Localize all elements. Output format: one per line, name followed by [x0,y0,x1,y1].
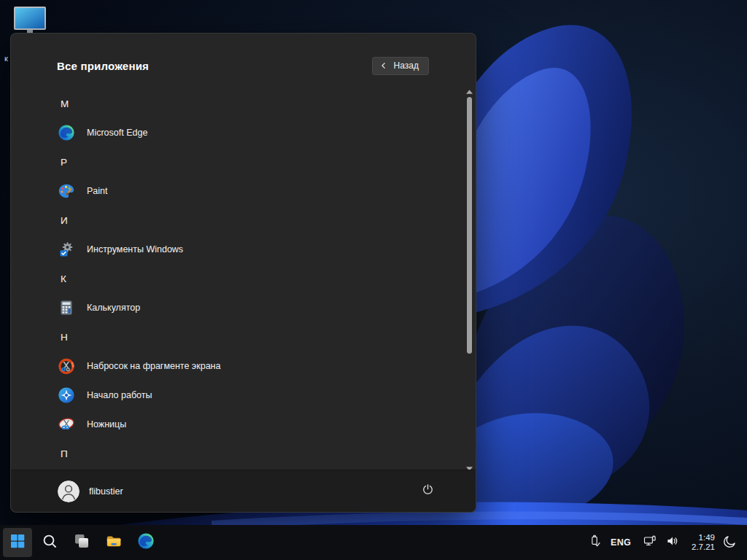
app-label: Microsoft Edge [87,128,147,138]
all-apps-header: Все приложения Назад [11,34,476,75]
section-letter-И[interactable]: И [11,206,458,235]
ethernet-icon [643,534,657,551]
folder-icon [105,532,123,553]
calculator-icon [58,299,75,316]
app-item[interactable]: Начало работы [11,381,458,410]
scroll-up-icon[interactable] [465,88,473,94]
app-item[interactable]: Набросок на фрагменте экрана [11,351,458,381]
section-letter-M[interactable]: M [11,89,458,118]
clock-date: 2.7.21 [692,542,715,553]
windows-tools-icon [58,241,75,258]
section-letter-P[interactable]: P [11,147,458,176]
search-button[interactable] [35,528,64,557]
app-item[interactable]: Microsoft Edge [11,118,458,147]
moon-icon [722,534,738,552]
app-label: Ножницы [87,419,126,429]
back-button-label: Назад [394,61,419,71]
user-name[interactable]: flibustier [89,486,123,497]
clock-time: 1:49 [692,533,715,543]
app-label: Paint [87,186,108,196]
app-item[interactable]: Paint [11,176,458,206]
taskbar-left-group [3,528,163,557]
start-button[interactable] [3,528,32,557]
desktop-icon-label: к [4,54,8,63]
chevron-left-icon [380,62,387,69]
paint-icon [58,182,75,200]
task-view-button[interactable] [67,528,96,557]
all-apps-title: Все приложения [57,60,149,72]
snipping-tool-icon [58,416,75,433]
app-item[interactable]: Инструменты Windows [11,235,458,264]
back-button[interactable]: Назад [372,57,429,75]
app-item[interactable]: Калькулятор [11,293,458,322]
edge-icon [58,124,75,141]
usb-eject-icon [588,534,603,551]
search-icon [41,532,58,553]
user-bar: flibustier [11,470,476,512]
usb-eject-button[interactable] [587,534,603,551]
speaker-icon [665,534,680,551]
windows-logo-icon [9,532,26,553]
get-started-icon [58,386,75,404]
start-menu-panel: Все приложения Назад MMicrosoft EdgePPai… [10,33,476,513]
taskbar-clock[interactable]: 1:49 2.7.21 [692,533,715,553]
avatar[interactable] [58,481,80,502]
section-letter-К[interactable]: К [11,264,458,293]
app-list: MMicrosoft EdgePPaintИИнструменты Window… [11,89,458,468]
task-view-icon [73,532,90,553]
taskbar: ENG 1:49 2.7.21 [0,525,747,560]
app-label: Начало работы [87,390,152,400]
power-button[interactable] [414,479,441,504]
app-item[interactable]: Ножницы [11,410,458,439]
scrollbar-thumb[interactable] [467,97,472,354]
power-icon [421,483,435,499]
app-label: Набросок на фрагменте экрана [87,361,220,371]
system-tray: ENG 1:49 2.7.21 [587,533,747,553]
edge-taskbar-button[interactable] [131,528,160,557]
file-explorer-button[interactable] [99,528,128,557]
network-button[interactable] [642,534,658,551]
app-label: Калькулятор [87,303,140,313]
volume-button[interactable] [665,534,681,551]
snip-sketch-icon [58,357,75,375]
section-letter-П[interactable]: П [11,439,458,468]
night-mode-button[interactable] [721,534,738,551]
edge-icon [137,532,155,553]
app-label: Инструменты Windows [87,244,183,254]
language-indicator[interactable]: ENG [611,537,631,548]
app-list-scrollbar[interactable] [465,88,473,471]
section-letter-Н[interactable]: Н [11,322,458,351]
